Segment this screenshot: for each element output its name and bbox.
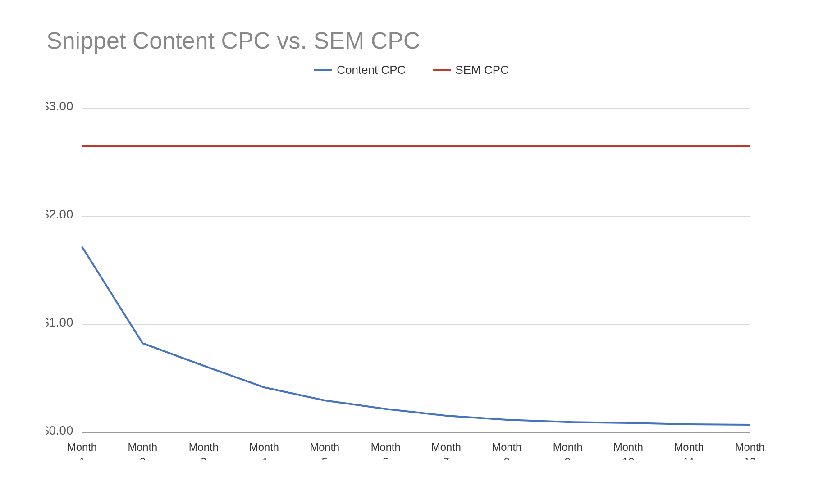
x-label-8: Month — [492, 440, 521, 453]
svg-text:1: 1 — [79, 455, 85, 459]
content-cpc-legend-line — [314, 69, 332, 71]
main-chart-svg: $0.00 $1.00 $2.00 $3.00 Month 1 Month 2 … — [46, 91, 777, 460]
x-label-9: Month — [553, 440, 583, 453]
sem-cpc-legend-label: SEM CPC — [455, 63, 508, 77]
svg-text:8: 8 — [504, 455, 510, 459]
x-label-10: Month — [613, 440, 643, 453]
svg-text:7: 7 — [443, 455, 449, 459]
content-cpc-line — [82, 247, 750, 425]
y-label-2: $2.00 — [46, 207, 73, 221]
svg-text:4: 4 — [261, 455, 267, 459]
svg-text:5: 5 — [322, 455, 328, 459]
chart-area: $0.00 $1.00 $2.00 $3.00 Month 1 Month 2 … — [46, 91, 777, 460]
svg-text:11: 11 — [683, 455, 695, 459]
chart-container: Snippet Content CPC vs. SEM CPC Content … — [10, 9, 804, 495]
x-label-1: Month — [67, 440, 97, 453]
chart-title: Snippet Content CPC vs. SEM CPC — [46, 27, 777, 54]
content-cpc-legend-label: Content CPC — [337, 63, 406, 77]
y-label-0: $0.00 — [46, 423, 73, 437]
y-label-1: $1.00 — [46, 315, 73, 329]
x-label-6: Month — [371, 440, 401, 453]
x-label-12: Month — [735, 440, 765, 453]
svg-text:6: 6 — [383, 455, 389, 459]
svg-text:3: 3 — [201, 455, 206, 459]
x-label-7: Month — [431, 440, 461, 453]
svg-text:12: 12 — [744, 455, 756, 459]
x-label-4: Month — [249, 440, 279, 453]
x-label-5: Month — [310, 440, 339, 453]
x-label-3: Month — [189, 440, 219, 453]
svg-text:9: 9 — [565, 455, 571, 459]
x-label-2: Month — [128, 440, 157, 453]
sem-cpc-legend-line — [433, 69, 451, 71]
legend: Content CPC SEM CPC — [46, 63, 777, 77]
svg-text:10: 10 — [622, 455, 634, 459]
x-label-11: Month — [674, 440, 704, 453]
legend-item-content-cpc: Content CPC — [314, 63, 406, 77]
y-label-3: $3.00 — [46, 99, 73, 113]
legend-item-sem-cpc: SEM CPC — [433, 63, 508, 77]
svg-text:2: 2 — [140, 455, 146, 459]
